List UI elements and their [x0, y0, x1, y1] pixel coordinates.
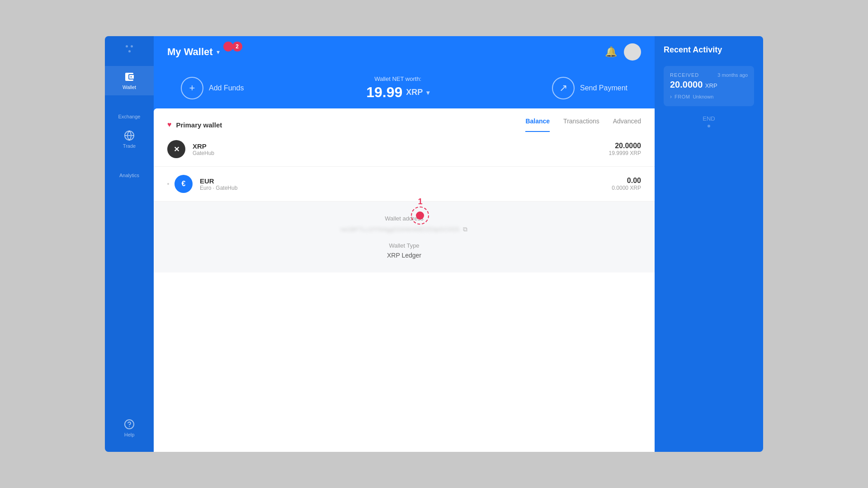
app-window: Wallet Exchange Trade Analytics	[105, 36, 763, 452]
notification-dot	[223, 42, 233, 52]
row-indicator	[167, 183, 169, 185]
wallet-header: ♥ Primary wallet Balance Transactions Ad…	[154, 108, 655, 132]
add-funds-icon: +	[181, 77, 203, 99]
target-dot	[416, 211, 424, 220]
sidebar: Wallet Exchange Trade Analytics	[105, 36, 154, 452]
wallet-tabs: Balance Transactions Advanced	[525, 117, 641, 132]
wallet-badge: 2	[232, 42, 242, 52]
wallet-address-section: 1 Wallet address rw1BF7Lc1fYN4gg01bhbnk8…	[154, 202, 655, 272]
send-payment-icon: ↗	[552, 77, 575, 99]
activity-time: 3 months ago	[717, 72, 748, 78]
target-badge-1: 1	[418, 197, 422, 206]
activity-item[interactable]: RECEIVED 3 months ago 20.0000 XRP › FROM…	[664, 66, 754, 106]
eur-info: EUR Euro · GateHub	[200, 177, 604, 191]
sidebar-logo	[126, 45, 133, 52]
activity-end: END	[664, 115, 754, 127]
eur-balance: 0.00 0.0000 XRP	[612, 177, 641, 191]
bell-icon[interactable]: 🔔	[605, 46, 617, 58]
activity-end-dot	[708, 125, 710, 127]
net-worth-chevron: ▾	[426, 89, 429, 96]
right-panel: Recent Activity RECEIVED 3 months ago 20…	[655, 36, 763, 452]
sidebar-item-trade[interactable]: Trade	[105, 125, 154, 154]
sidebar-item-wallet[interactable]: Wallet	[105, 66, 154, 95]
wallet-name: Primary wallet	[176, 121, 222, 129]
xrp-info: XRP GateHub	[193, 142, 602, 156]
sidebar-item-help[interactable]: Help	[105, 413, 154, 443]
table-row[interactable]: € EUR Euro · GateHub 0.00 0.0000 XRP	[154, 167, 655, 202]
header: My Wallet ▾ 2 🔔	[154, 36, 655, 68]
avatar[interactable]	[624, 43, 641, 61]
action-bar: + Add Funds Wallet NET worth: 19.99 XRP …	[154, 68, 655, 108]
tab-transactions[interactable]: Transactions	[563, 117, 599, 132]
wallet-type-value: XRP Ledger	[387, 252, 421, 259]
heart-icon: ♥	[167, 121, 172, 129]
page-title: My Wallet	[167, 46, 213, 58]
header-title-container: My Wallet ▾ 2	[167, 46, 220, 58]
xrp-icon: ✕	[167, 140, 185, 158]
activity-amount: 20.0000 XRP	[670, 80, 748, 90]
table-row[interactable]: ✕ XRP GateHub 20.0000 19.9999 XRP	[154, 132, 655, 167]
from-chevron-icon: ›	[670, 94, 672, 100]
tab-balance[interactable]: Balance	[525, 117, 550, 132]
activity-from: › FROM Unknown	[670, 94, 748, 100]
add-funds-button[interactable]: + Add Funds	[181, 77, 244, 99]
title-chevron-icon: ▾	[217, 48, 220, 56]
xrp-balance: 20.0000 19.9999 XRP	[609, 142, 641, 156]
target-ring	[411, 206, 429, 225]
sidebar-item-exchange[interactable]: Exchange	[105, 95, 154, 125]
wallet-net-worth: Wallet NET worth: 19.99 XRP ▾	[366, 75, 429, 101]
balance-table: ✕ XRP GateHub 20.0000 19.9999 XRP	[154, 132, 655, 452]
eur-icon: €	[175, 175, 193, 193]
tab-advanced[interactable]: Advanced	[613, 117, 641, 132]
wallet-address-value: rw1BF7Lc1fYN4gg01bhbnk8D2GtpGC0S5 ⧉	[340, 225, 467, 233]
send-payment-button[interactable]: ↗ Send Payment	[552, 77, 627, 99]
activity-type: RECEIVED	[670, 72, 699, 78]
recent-activity-title: Recent Activity	[664, 45, 754, 55]
sidebar-item-analytics[interactable]: Analytics	[105, 154, 154, 183]
wallet-type-label: Wallet Type	[389, 242, 419, 249]
copy-icon[interactable]: ⧉	[463, 225, 468, 233]
content-area: ♥ Primary wallet Balance Transactions Ad…	[154, 108, 655, 452]
main-content: My Wallet ▾ 2 🔔 + Add Funds Wallet NET w…	[154, 36, 655, 452]
